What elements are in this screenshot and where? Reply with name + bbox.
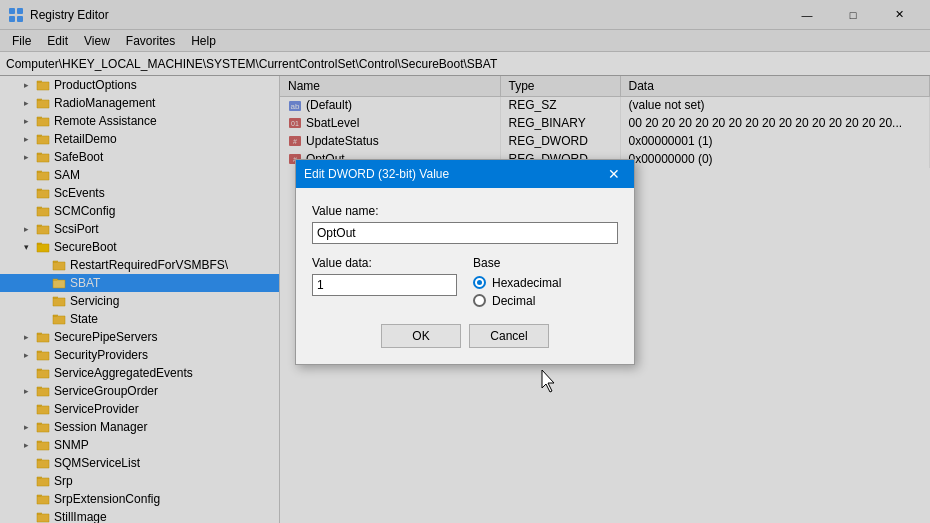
modal-title-bar: Edit DWORD (32-bit) Value ✕ [296, 160, 634, 188]
radio-decimal[interactable]: Decimal [473, 294, 618, 308]
cancel-button[interactable]: Cancel [469, 324, 549, 348]
value-data-input[interactable] [312, 274, 457, 296]
ok-button[interactable]: OK [381, 324, 461, 348]
base-label: Base [473, 256, 618, 270]
radio-hexadecimal-btn [473, 276, 486, 289]
value-name-input[interactable] [312, 222, 618, 244]
radio-decimal-label: Decimal [492, 294, 535, 308]
modal-overlay: Edit DWORD (32-bit) Value ✕ Value name: … [0, 0, 930, 523]
value-name-label: Value name: [312, 204, 618, 218]
edit-dword-dialog: Edit DWORD (32-bit) Value ✕ Value name: … [295, 159, 635, 365]
modal-buttons: OK Cancel [312, 324, 618, 348]
modal-body: Value name: Value data: Base Hexadecimal… [296, 188, 634, 364]
modal-base-section: Base Hexadecimal Decimal [473, 256, 618, 312]
value-data-label: Value data: [312, 256, 457, 270]
modal-data-base-row: Value data: Base Hexadecimal Decimal [312, 256, 618, 312]
modal-data-section: Value data: [312, 256, 457, 312]
modal-close-button[interactable]: ✕ [602, 164, 626, 184]
radio-hexadecimal[interactable]: Hexadecimal [473, 276, 618, 290]
radio-hexadecimal-label: Hexadecimal [492, 276, 561, 290]
radio-decimal-btn [473, 294, 486, 307]
modal-title: Edit DWORD (32-bit) Value [304, 167, 602, 181]
